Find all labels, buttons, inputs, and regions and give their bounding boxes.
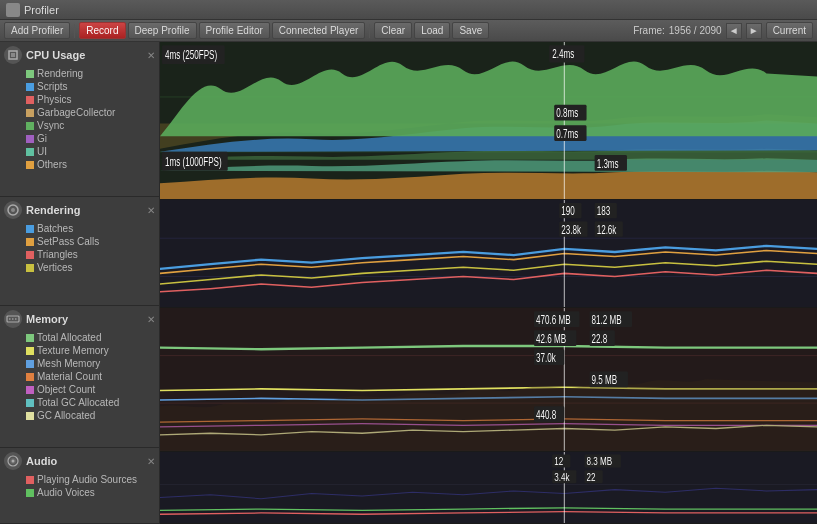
rendering-section-left: Rendering ✕ Batches SetPass Calls Triang… xyxy=(0,197,159,306)
svg-text:12: 12 xyxy=(554,456,563,467)
svg-text:22.8: 22.8 xyxy=(592,331,608,345)
memory-title: Memory xyxy=(26,313,68,325)
cpu-close-button[interactable]: ✕ xyxy=(147,50,155,61)
svg-text:3.4k: 3.4k xyxy=(554,471,570,482)
cpu-title: CPU Usage xyxy=(26,49,85,61)
rendering-legend-setpass: SetPass Calls xyxy=(4,235,155,248)
svg-text:470.6 MB: 470.6 MB xyxy=(536,312,571,326)
frame-info: Frame: 1956 / 2090 ◄ ► Current xyxy=(633,22,813,39)
title-bar: Profiler xyxy=(0,0,817,20)
deep-profile-button[interactable]: Deep Profile xyxy=(128,22,197,39)
svg-text:2.4ms: 2.4ms xyxy=(552,46,574,60)
next-frame-button[interactable]: ► xyxy=(746,23,762,39)
svg-text:8.3 MB: 8.3 MB xyxy=(587,456,613,467)
memory-legend-total-gc: Total GC Allocated xyxy=(4,396,155,409)
audio-icon xyxy=(4,452,22,470)
svg-rect-7 xyxy=(15,318,17,320)
svg-rect-1 xyxy=(11,53,15,57)
rendering-close-button[interactable]: ✕ xyxy=(147,205,155,216)
svg-text:183: 183 xyxy=(597,205,611,218)
window-title: Profiler xyxy=(24,4,59,16)
memory-legend-gc: GC Allocated xyxy=(4,409,155,422)
connected-player-button[interactable]: Connected Player xyxy=(272,22,366,39)
current-button[interactable]: Current xyxy=(766,22,813,39)
svg-text:81.2 MB: 81.2 MB xyxy=(592,312,622,326)
left-panel: CPU Usage ✕ Rendering Scripts Physics Ga… xyxy=(0,42,160,524)
audio-title: Audio xyxy=(26,455,57,467)
svg-text:42.6 MB: 42.6 MB xyxy=(536,331,566,345)
svg-text:440.8: 440.8 xyxy=(536,407,556,421)
prev-frame-button[interactable]: ◄ xyxy=(726,23,742,39)
audio-close-button[interactable]: ✕ xyxy=(147,456,155,467)
memory-close-button[interactable]: ✕ xyxy=(147,314,155,325)
audio-legend-voices: Audio Voices xyxy=(4,486,155,499)
cpu-section-left: CPU Usage ✕ Rendering Scripts Physics Ga… xyxy=(0,42,159,197)
frame-label: Frame: xyxy=(633,25,665,36)
frame-value: 1956 / 2090 xyxy=(669,25,722,36)
rendering-icon xyxy=(4,201,22,219)
rendering-legend-vertices: Vertices xyxy=(4,261,155,274)
cpu-legend-rendering: Rendering xyxy=(4,67,155,80)
audio-section-left: Audio ✕ Playing Audio Sources Audio Voic… xyxy=(0,448,159,524)
rendering-title: Rendering xyxy=(26,204,80,216)
svg-rect-6 xyxy=(12,318,14,320)
cpu-legend-ui: UI xyxy=(4,145,155,158)
profile-editor-button[interactable]: Profile Editor xyxy=(199,22,270,39)
audio-chart-section[interactable]: 12 3.4k 8.3 MB 22 xyxy=(160,452,817,524)
cpu-legend-vsync: Vsync xyxy=(4,119,155,132)
audio-legend-playing: Playing Audio Sources xyxy=(4,473,155,486)
add-profiler-button[interactable]: Add Profiler xyxy=(4,22,70,39)
rendering-legend-batches: Batches xyxy=(4,222,155,235)
memory-legend-material: Material Count xyxy=(4,370,155,383)
main-layout: CPU Usage ✕ Rendering Scripts Physics Ga… xyxy=(0,42,817,524)
svg-text:37.0k: 37.0k xyxy=(536,350,556,364)
load-button[interactable]: Load xyxy=(414,22,450,39)
svg-rect-5 xyxy=(9,318,11,320)
cpu-chart-section[interactable]: 4ms (250FPS) 1ms (1000FPS) 2.4ms 0.8ms 0… xyxy=(160,42,817,200)
svg-text:1ms (1000FPS): 1ms (1000FPS) xyxy=(165,154,222,168)
svg-point-10 xyxy=(12,460,15,463)
separator-1 xyxy=(74,24,75,38)
svg-text:9.5 MB: 9.5 MB xyxy=(592,372,618,386)
svg-text:190: 190 xyxy=(561,205,575,218)
separator-2 xyxy=(369,24,370,38)
svg-text:0.8ms: 0.8ms xyxy=(556,105,578,119)
cpu-legend-gc: GarbageCollector xyxy=(4,106,155,119)
svg-text:23.8k: 23.8k xyxy=(561,223,581,236)
memory-legend-mesh: Mesh Memory xyxy=(4,357,155,370)
memory-chart-section[interactable]: 470.6 MB 42.6 MB 37.0k 81.2 MB 22.8 9.5 … xyxy=(160,308,817,452)
record-button[interactable]: Record xyxy=(79,22,125,39)
main-toolbar: Add Profiler Record Deep Profile Profile… xyxy=(0,20,817,42)
svg-text:22: 22 xyxy=(587,471,596,482)
save-button[interactable]: Save xyxy=(452,22,489,39)
memory-section-left: Memory ✕ Total Allocated Texture Memory … xyxy=(0,306,159,448)
svg-text:0.7ms: 0.7ms xyxy=(556,126,578,140)
cpu-legend-scripts: Scripts xyxy=(4,80,155,93)
memory-legend-texture: Texture Memory xyxy=(4,344,155,357)
memory-legend-object: Object Count xyxy=(4,383,155,396)
rendering-chart-section[interactable]: 190 23.8k 183 12.6k xyxy=(160,200,817,308)
cpu-legend-others: Others xyxy=(4,158,155,171)
clear-button[interactable]: Clear xyxy=(374,22,412,39)
cpu-legend-gi: Gi xyxy=(4,132,155,145)
memory-legend-total: Total Allocated xyxy=(4,331,155,344)
profiler-icon xyxy=(6,3,20,17)
svg-text:1.3ms: 1.3ms xyxy=(597,156,619,170)
svg-point-3 xyxy=(11,208,15,212)
cpu-icon xyxy=(4,46,22,64)
svg-text:12.6k: 12.6k xyxy=(597,223,617,236)
charts-panel: 4ms (250FPS) 1ms (1000FPS) 2.4ms 0.8ms 0… xyxy=(160,42,817,524)
rendering-legend-triangles: Triangles xyxy=(4,248,155,261)
svg-text:4ms (250FPS): 4ms (250FPS) xyxy=(165,47,217,61)
memory-icon xyxy=(4,310,22,328)
cpu-legend-physics: Physics xyxy=(4,93,155,106)
